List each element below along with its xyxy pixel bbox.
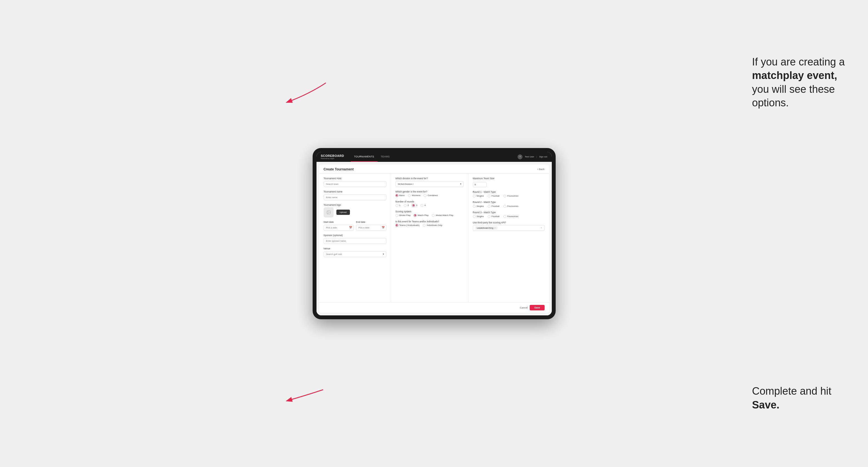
round3-fourball[interactable]: Fourball [488, 215, 500, 218]
gender-mens[interactable]: Mens [396, 194, 405, 197]
division-select[interactable]: NCAA Division I [396, 181, 464, 187]
round3-match-type: Round 3 - Match Type Singles Fourball [473, 211, 545, 218]
nav-tab-teams[interactable]: TEAMS [377, 152, 393, 162]
logo-upload-area: Upload [324, 208, 386, 217]
radio-r2-foursomes[interactable] [503, 205, 506, 208]
radio-combined[interactable] [424, 194, 426, 197]
venue-label: Venue [324, 247, 386, 250]
radio-medal[interactable] [432, 214, 435, 217]
scoring-radio-group: Stroke Play Match Play Medal Match Play [396, 214, 464, 217]
round1-fourball[interactable]: Fourball [488, 195, 500, 197]
date-group: Start date 📅 End date 📅 [324, 221, 386, 230]
sponsor-label: Sponsor (optional) [324, 234, 386, 237]
round1-match-type: Round 1 - Match Type Singles Fourball [473, 191, 545, 197]
upload-button[interactable]: Upload [336, 210, 350, 215]
annotation-save: Complete and hit Save. [752, 384, 846, 412]
round2-foursomes[interactable]: Foursomes [503, 205, 518, 208]
tablet-frame: SCOREBOARD Powered by clippit TOURNAMENT… [313, 148, 556, 319]
radio-r1[interactable] [396, 204, 398, 207]
sponsor-input[interactable] [324, 238, 386, 244]
nav-bar: SCOREBOARD Powered by clippit TOURNAMENT… [316, 152, 552, 162]
round2-fourball[interactable]: Fourball [488, 205, 500, 208]
round1-foursomes[interactable]: Foursomes [503, 195, 518, 197]
tag-remove-icon[interactable]: × [494, 227, 496, 229]
teams-group: Is this event for Teams and/or Individua… [396, 220, 464, 227]
round3-singles[interactable]: Singles [473, 215, 484, 218]
round-1[interactable]: 1 [396, 204, 400, 207]
tournament-name-label: Tournament name [324, 190, 386, 193]
radio-r3-foursomes[interactable] [503, 215, 506, 218]
radio-r3[interactable] [412, 204, 415, 207]
form-header: Create Tournament ‹ Back [319, 165, 549, 174]
logo-text: SCOREBOARD [321, 154, 344, 157]
scoring-group: Scoring system Stroke Play Match Play [396, 210, 464, 217]
right-column: Maximum Team Size Round 1 - Match Type S… [468, 174, 549, 302]
end-date-label: End date [356, 221, 386, 223]
content-area: Create Tournament ‹ Back Tournament Host [316, 162, 552, 315]
round3-foursomes[interactable]: Foursomes [503, 215, 518, 218]
round-2[interactable]: 2 [404, 204, 409, 207]
form-container: Create Tournament ‹ Back Tournament Host [319, 165, 549, 313]
scoring-stroke[interactable]: Stroke Play [396, 214, 411, 217]
radio-r1-singles[interactable] [473, 195, 475, 197]
radio-womens[interactable] [408, 194, 411, 197]
radio-r2-fourball[interactable] [488, 205, 491, 208]
gender-womens[interactable]: Womens [408, 194, 420, 197]
nav-tabs: TOURNAMENTS TEAMS [351, 152, 393, 162]
nav-right: T Test User | Sign out [518, 154, 547, 159]
teams-both[interactable]: Teams (+Individuals) [396, 224, 420, 227]
radio-r1-fourball[interactable] [488, 195, 491, 197]
round2-label: Round 2 - Match Type [473, 201, 545, 204]
sign-out-link[interactable]: Sign out [539, 155, 547, 158]
logo-placeholder [324, 208, 334, 217]
max-team-size-group: Maximum Team Size [473, 177, 545, 187]
api-group: Use third-party live scoring API? Leader… [473, 221, 545, 231]
radio-teams[interactable] [396, 224, 398, 227]
scoring-medal[interactable]: Medal Match Play [432, 214, 454, 217]
radio-individuals[interactable] [423, 224, 426, 227]
rounds-label: Number of rounds [396, 200, 464, 203]
save-button[interactable]: Save [530, 305, 544, 310]
gender-radio-group: Mens Womens Combined [396, 194, 464, 197]
round2-singles[interactable]: Singles [473, 205, 484, 208]
teams-label: Is this event for Teams and/or Individua… [396, 220, 464, 223]
scoring-match[interactable]: Match Play [414, 214, 429, 217]
cancel-button[interactable]: Cancel [520, 306, 527, 309]
gender-group: Which gender is the event for? Mens Wome… [396, 190, 464, 197]
rounds-group: Number of rounds 1 2 [396, 200, 464, 207]
radio-r3-fourball[interactable] [488, 215, 491, 218]
round-4[interactable]: 4 [421, 204, 426, 207]
logo-sub: Powered by clippit [321, 158, 344, 159]
radio-mens[interactable] [396, 194, 398, 197]
round-3[interactable]: 3 [412, 204, 417, 207]
form-footer: Cancel Save [319, 302, 549, 313]
end-date-wrap: 📅 [356, 224, 386, 230]
radio-match[interactable] [414, 214, 416, 217]
nav-tab-tournaments[interactable]: TOURNAMENTS [351, 152, 377, 162]
round1-singles[interactable]: Singles [473, 195, 484, 197]
radio-r2-singles[interactable] [473, 205, 475, 208]
tournament-name-input[interactable] [324, 194, 386, 200]
radio-r3-singles[interactable] [473, 215, 475, 218]
individuals-only[interactable]: Individuals Only [423, 224, 442, 227]
arrow-save [279, 384, 329, 406]
radio-r4[interactable] [421, 204, 423, 207]
gender-combined[interactable]: Combined [424, 194, 437, 197]
division-group: Which division is the event for? NCAA Di… [396, 177, 464, 187]
radio-r1-foursomes[interactable] [503, 195, 506, 197]
back-link[interactable]: ‹ Back [537, 168, 544, 171]
middle-column: Which division is the event for? NCAA Di… [391, 174, 468, 302]
max-team-size-input[interactable] [473, 182, 487, 187]
tournament-host-input[interactable] [324, 181, 386, 187]
chevron-down-icon: ▾ [541, 226, 542, 229]
radio-stroke[interactable] [396, 214, 398, 217]
annotation-matchplay: If you are creating a matchplay event, y… [752, 55, 846, 110]
api-select[interactable]: Leaderboard King × ▾ [473, 225, 545, 231]
venue-input[interactable] [324, 251, 386, 257]
page-title: Create Tournament [324, 167, 354, 171]
start-date-wrap: 📅 [324, 224, 354, 230]
radio-r2[interactable] [404, 204, 406, 207]
round1-label: Round 1 - Match Type [473, 191, 545, 193]
sponsor-group: Sponsor (optional) [324, 234, 386, 244]
api-tag: Leaderboard King × [475, 226, 497, 229]
